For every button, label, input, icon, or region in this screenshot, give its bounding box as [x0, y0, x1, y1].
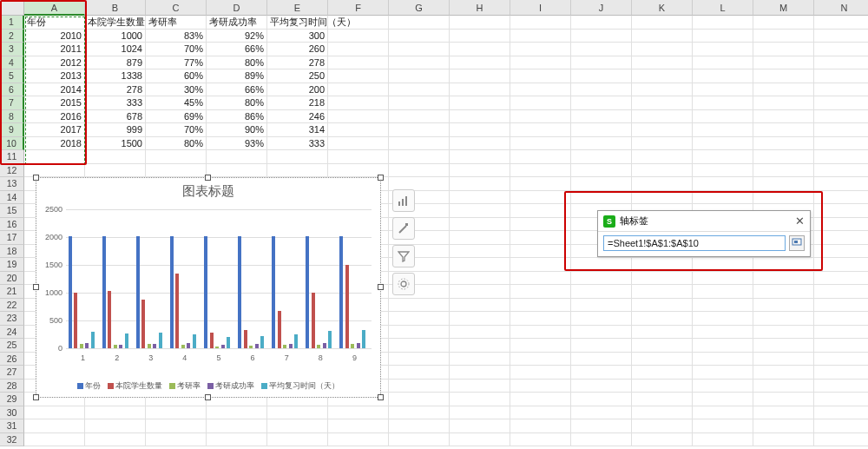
- cell-G22[interactable]: [389, 299, 450, 313]
- chart-bar[interactable]: [148, 344, 151, 348]
- chart-bar[interactable]: [210, 333, 214, 348]
- select-all-triangle[interactable]: [0, 0, 24, 16]
- cell-A30[interactable]: [24, 406, 85, 420]
- cell-F32[interactable]: [328, 433, 389, 447]
- cell-F11[interactable]: [328, 150, 389, 164]
- chart-bar[interactable]: [362, 330, 365, 348]
- cell-G11[interactable]: [389, 150, 450, 164]
- row-header-30[interactable]: 30: [0, 406, 24, 420]
- cell-N1[interactable]: [814, 16, 868, 30]
- chart-bar[interactable]: [175, 274, 179, 348]
- cell-I31[interactable]: [510, 419, 571, 433]
- cell-K25[interactable]: [632, 339, 693, 353]
- cell-H24[interactable]: [450, 326, 510, 340]
- cell-L3[interactable]: [693, 43, 753, 56]
- cell-L28[interactable]: [693, 380, 753, 393]
- row-header-3[interactable]: 3: [0, 43, 24, 56]
- cell-H31[interactable]: [450, 419, 510, 433]
- cell-J5[interactable]: [571, 69, 632, 83]
- cell-M14[interactable]: [753, 191, 814, 205]
- cell-N27[interactable]: [814, 366, 868, 380]
- cell-J21[interactable]: [571, 285, 632, 299]
- cell-F1[interactable]: [328, 16, 389, 30]
- cell-G9[interactable]: [389, 123, 450, 137]
- cell-D5[interactable]: 89%: [207, 69, 267, 83]
- row-header-11[interactable]: 11: [0, 150, 24, 164]
- cell-B3[interactable]: 1024: [85, 43, 146, 56]
- cell-G26[interactable]: [389, 353, 450, 366]
- cell-B2[interactable]: 1000: [85, 30, 146, 43]
- chart-bar[interactable]: [345, 265, 349, 348]
- col-header-N[interactable]: N: [814, 0, 868, 16]
- row-header-7[interactable]: 7: [0, 96, 24, 110]
- cell-L23[interactable]: [693, 312, 753, 326]
- cell-J14[interactable]: [571, 191, 632, 205]
- chart-bar[interactable]: [141, 300, 145, 348]
- cell-M13[interactable]: [753, 177, 814, 191]
- cell-K14[interactable]: [632, 191, 693, 205]
- cell-F30[interactable]: [328, 406, 389, 420]
- cell-J1[interactable]: [571, 16, 632, 30]
- row-header-14[interactable]: 14: [0, 191, 24, 205]
- cell-N13[interactable]: [814, 177, 868, 191]
- chart-bar[interactable]: [108, 291, 111, 348]
- col-header-L[interactable]: L: [693, 0, 753, 16]
- cell-G27[interactable]: [389, 366, 450, 380]
- cell-D32[interactable]: [207, 433, 267, 447]
- cell-K3[interactable]: [632, 43, 693, 56]
- cell-N28[interactable]: [814, 380, 868, 393]
- cell-C8[interactable]: 69%: [146, 110, 207, 124]
- cell-A6[interactable]: 2014: [24, 83, 85, 97]
- row-header-32[interactable]: 32: [0, 433, 24, 447]
- cell-H23[interactable]: [450, 312, 510, 326]
- cell-K11[interactable]: [632, 150, 693, 164]
- chart-bar[interactable]: [328, 331, 332, 348]
- cell-J12[interactable]: [571, 164, 632, 178]
- chart-style-button[interactable]: [392, 217, 415, 240]
- cell-E5[interactable]: 250: [267, 69, 328, 83]
- cell-M26[interactable]: [753, 353, 814, 366]
- row-header-21[interactable]: 21: [0, 285, 24, 299]
- cell-L14[interactable]: [693, 191, 753, 205]
- cell-C30[interactable]: [146, 406, 207, 420]
- cell-I10[interactable]: [510, 137, 571, 151]
- cell-G25[interactable]: [389, 339, 450, 353]
- cell-N31[interactable]: [814, 419, 868, 433]
- chart-bar[interactable]: [193, 334, 196, 348]
- cell-N20[interactable]: [814, 272, 868, 286]
- cell-G28[interactable]: [389, 380, 450, 393]
- cell-J20[interactable]: [571, 272, 632, 286]
- chart-bar[interactable]: [312, 293, 315, 348]
- cell-I13[interactable]: [510, 177, 571, 191]
- chart-bar[interactable]: [204, 236, 207, 348]
- cell-C2[interactable]: 83%: [146, 30, 207, 43]
- cell-I9[interactable]: [510, 123, 571, 137]
- cell-K27[interactable]: [632, 366, 693, 380]
- cell-H6[interactable]: [450, 83, 510, 97]
- cell-L27[interactable]: [693, 366, 753, 380]
- cell-I18[interactable]: [510, 245, 571, 259]
- chart-bar[interactable]: [74, 293, 77, 348]
- cell-K24[interactable]: [632, 326, 693, 340]
- dialog-titlebar[interactable]: S 轴标签 ✕: [598, 211, 810, 232]
- cell-G7[interactable]: [389, 96, 450, 110]
- cell-H18[interactable]: [450, 245, 510, 259]
- cell-B7[interactable]: 333: [85, 96, 146, 110]
- cell-E11[interactable]: [267, 150, 328, 164]
- cell-H10[interactable]: [450, 137, 510, 151]
- resize-handle[interactable]: [378, 284, 384, 290]
- col-header-I[interactable]: I: [510, 0, 571, 16]
- chart-bar[interactable]: [249, 346, 253, 348]
- cell-B10[interactable]: 1500: [85, 137, 146, 151]
- chart-bar[interactable]: [69, 236, 72, 348]
- cell-N26[interactable]: [814, 353, 868, 366]
- cell-F10[interactable]: [328, 137, 389, 151]
- embedded-chart[interactable]: 图表标题 05001000150020002500123456789 年份本院学…: [36, 177, 381, 398]
- cell-J9[interactable]: [571, 123, 632, 137]
- cell-I12[interactable]: [510, 164, 571, 178]
- chart-bar[interactable]: [323, 343, 326, 348]
- cell-J13[interactable]: [571, 177, 632, 191]
- col-header-E[interactable]: E: [267, 0, 328, 16]
- axis-label-range-input[interactable]: [603, 235, 786, 251]
- chart-bar[interactable]: [238, 236, 241, 348]
